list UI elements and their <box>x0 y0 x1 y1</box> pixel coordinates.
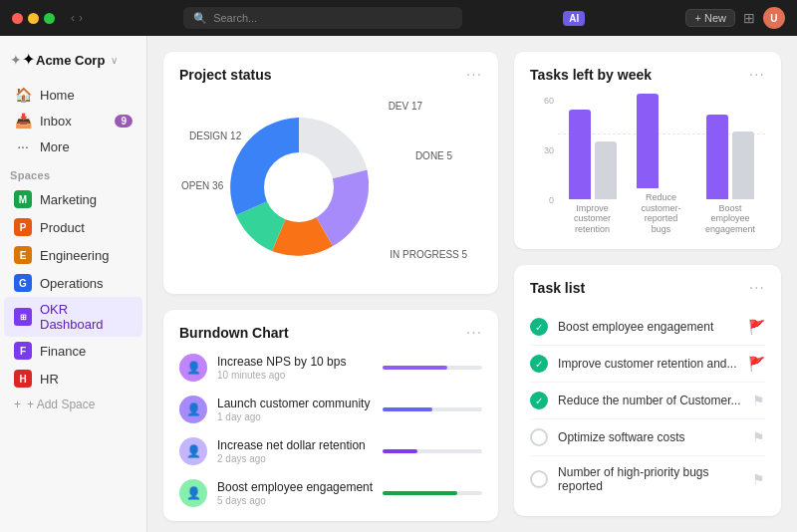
workspace-selector[interactable]: ✦ Acme Corp ∨ <box>0 44 146 82</box>
burndown-time-1: 10 minutes ago <box>217 370 373 381</box>
burndown-fill-3 <box>383 449 417 453</box>
burndown-title: Burndown Chart <box>179 325 289 341</box>
operations-label: Operations <box>40 276 104 291</box>
burndown-bar-3 <box>383 449 482 453</box>
avatar-2: 👤 <box>179 396 207 423</box>
burndown-name-3: Increase net dollar retention <box>217 438 373 452</box>
titlebar: ‹ › 🔍 Search... AI + New ⊞ U <box>0 0 797 36</box>
sidebar-item-operations[interactable]: G Operations <box>4 269 142 297</box>
burndown-time-4: 5 days ago <box>217 495 373 506</box>
flag-icon-5: ⚑ <box>752 471 765 487</box>
sidebar-item-inbox[interactable]: 📥 Inbox 9 <box>4 108 142 133</box>
sidebar-item-finance[interactable]: F Finance <box>4 337 142 365</box>
avatar-4: 👤 <box>179 479 207 507</box>
project-status-menu[interactable]: ··· <box>466 66 482 84</box>
task-check-2: ✓ <box>530 355 548 373</box>
burndown-fill-1 <box>383 366 447 370</box>
close-button[interactable] <box>12 13 23 24</box>
search-icon: 🔍 <box>193 12 207 25</box>
y-label-30: 30 <box>544 145 554 155</box>
home-label: Home <box>40 88 75 103</box>
burndown-info-1: Increase NPS by 10 bps 10 minutes ago <box>217 355 373 381</box>
task-text-1: Boost employee engagement <box>558 320 738 334</box>
dev-label: DEV 17 <box>389 101 422 112</box>
app: ✦ Acme Corp ∨ 🏠 Home 📥 Inbox 9 ··· More … <box>0 36 797 532</box>
burndown-name-4: Boost employee engagement <box>217 480 373 494</box>
task-list-menu[interactable]: ··· <box>749 279 765 297</box>
open-label: OPEN 36 <box>181 180 223 191</box>
marketing-dot: M <box>14 190 32 208</box>
spaces-label: Spaces <box>0 159 146 185</box>
add-space-button[interactable]: + + Add Space <box>4 393 142 416</box>
task-check-4 <box>530 428 548 446</box>
search-placeholder: Search... <box>213 12 257 24</box>
engineering-dot: E <box>14 246 32 264</box>
bar-label-1: Improve customerretention <box>568 203 617 235</box>
project-status-card: Project status ··· <box>163 52 498 294</box>
finance-dot: F <box>14 342 32 360</box>
burndown-item: 👤 Launch customer community 1 day ago <box>179 396 482 423</box>
bar-purple-1 <box>569 110 591 199</box>
ai-badge[interactable]: AI <box>563 11 585 26</box>
project-status-header: Project status ··· <box>179 66 482 84</box>
search-bar[interactable]: 🔍 Search... <box>183 7 462 29</box>
burndown-menu[interactable]: ··· <box>466 324 482 342</box>
task-list-title: Task list <box>530 280 585 296</box>
flag-icon-2: 🚩 <box>748 356 765 372</box>
task-text-2: Improve customer retention and... <box>558 357 738 371</box>
bar-chart: Improve customerretention Reduce custome… <box>558 96 765 235</box>
new-button[interactable]: + New <box>685 9 735 27</box>
task-item-3[interactable]: ✓ Reduce the number of Customer... ⚑ <box>530 383 765 419</box>
main-content: Project status ··· <box>147 36 797 532</box>
burndown-bar-1 <box>383 366 482 370</box>
burndown-card: Burndown Chart ··· 👤 Increase NPS by 10 … <box>163 310 498 521</box>
chevron-down-icon: ∨ <box>111 55 118 66</box>
burndown-info-4: Boost employee engagement 5 days ago <box>217 480 373 506</box>
burndown-info-3: Increase net dollar retention 2 days ago <box>217 438 373 464</box>
inbox-icon: 📥 <box>14 113 32 129</box>
marketing-label: Marketing <box>40 192 97 207</box>
burndown-list: 👤 Increase NPS by 10 bps 10 minutes ago … <box>179 354 482 507</box>
task-item-1[interactable]: ✓ Boost employee engagement 🚩 <box>530 309 765 346</box>
sidebar-item-more[interactable]: ··· More <box>4 133 142 159</box>
sidebar-item-hr[interactable]: H HR <box>4 365 142 393</box>
task-check-1: ✓ <box>530 318 548 336</box>
minimize-button[interactable] <box>28 13 39 24</box>
task-text-4: Optimize software costs <box>558 430 742 444</box>
task-item-4[interactable]: Optimize software costs ⚑ <box>530 419 765 456</box>
engineering-label: Engineering <box>40 248 109 263</box>
bar-label-2: Reduce customer-reported bugs <box>637 192 685 235</box>
hr-label: HR <box>40 372 59 387</box>
inbox-badge: 9 <box>115 115 133 128</box>
sidebar: ✦ Acme Corp ∨ 🏠 Home 📥 Inbox 9 ··· More … <box>0 36 147 532</box>
sidebar-item-okr[interactable]: ⊞ OKR Dashboard <box>4 297 142 337</box>
sidebar-item-product[interactable]: P Product <box>4 213 142 241</box>
bar-label-3: Boost employeeengagement <box>705 203 755 235</box>
forward-button[interactable]: › <box>79 11 83 25</box>
design-label: DESIGN 12 <box>189 131 241 141</box>
task-item-2[interactable]: ✓ Improve customer retention and... 🚩 <box>530 346 765 383</box>
task-item-5[interactable]: Number of high-priority bugs reported ⚑ <box>530 456 765 502</box>
burndown-time-3: 2 days ago <box>217 453 373 464</box>
tasks-menu[interactable]: ··· <box>749 66 765 84</box>
burndown-name-2: Launch customer community <box>217 397 373 410</box>
task-text-3: Reduce the number of Customer... <box>558 394 742 407</box>
nav-arrows: ‹ › <box>71 11 83 25</box>
back-button[interactable]: ‹ <box>71 11 75 25</box>
task-list-header: Task list ··· <box>530 279 765 297</box>
task-list-card: Task list ··· ✓ Boost employee engagemen… <box>514 265 781 516</box>
project-status-title: Project status <box>179 67 272 83</box>
bar-purple-3 <box>706 115 728 199</box>
task-check-3: ✓ <box>530 392 548 409</box>
okr-label: OKR Dashboard <box>40 302 133 332</box>
y-label-60: 60 <box>544 96 554 106</box>
maximize-button[interactable] <box>44 13 55 24</box>
grid-icon[interactable]: ⊞ <box>743 10 755 26</box>
burndown-fill-2 <box>383 407 432 411</box>
done-label: DONE 5 <box>415 150 452 161</box>
sidebar-item-home[interactable]: 🏠 Home <box>4 82 142 108</box>
sidebar-item-marketing[interactable]: M Marketing <box>4 185 142 213</box>
sidebar-item-engineering[interactable]: E Engineering <box>4 241 142 269</box>
bar-gray-1 <box>595 141 617 199</box>
more-label: More <box>40 139 70 154</box>
